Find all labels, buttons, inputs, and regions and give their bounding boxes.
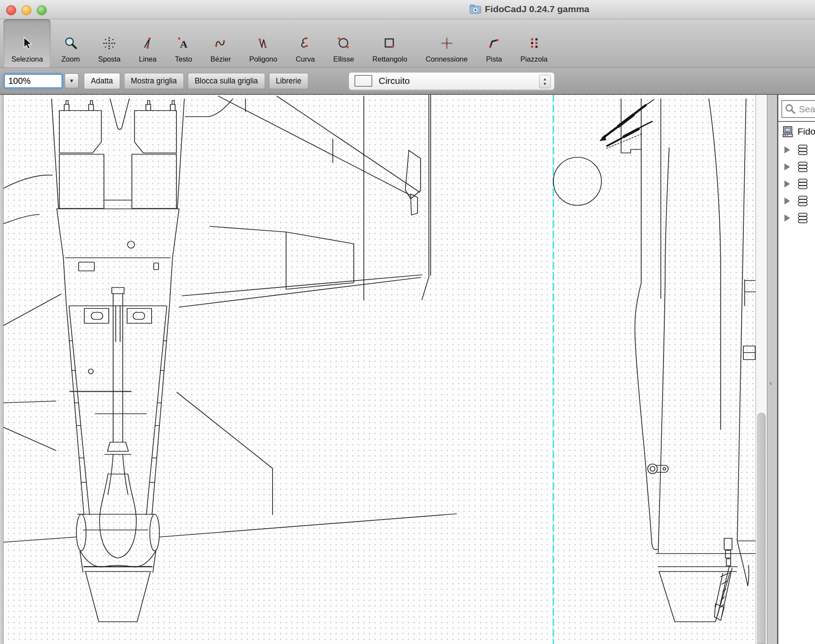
library-stack-icon (797, 145, 809, 155)
tool-connection-button[interactable]: Connessione (418, 19, 475, 67)
tools-toolbar: Seleziona Zoom Sposta Linea (0, 19, 815, 68)
tool-pad-button[interactable]: Piazzola (512, 19, 555, 67)
text-icon: A (176, 36, 191, 51)
tree-library-item[interactable] (778, 158, 815, 175)
schematic-drawing (3, 95, 756, 644)
pad-icon (527, 36, 542, 51)
tool-label: Zoom (61, 55, 79, 63)
expand-arrow-icon[interactable] (784, 163, 790, 170)
tool-label: Bézier (211, 55, 231, 63)
line-icon (140, 36, 155, 51)
tool-move-button[interactable]: Sposta (90, 19, 128, 67)
expand-arrow-icon[interactable] (784, 146, 790, 153)
track-icon (487, 36, 501, 51)
polygon-icon (256, 36, 271, 51)
tree-library-item[interactable] (778, 175, 815, 192)
expand-arrow-icon[interactable] (784, 180, 790, 187)
window-left-edge (0, 95, 3, 644)
library-stack-icon (797, 213, 809, 223)
move-crosshair-icon (102, 36, 117, 51)
computer-icon (782, 126, 794, 138)
tool-label: Linea (139, 55, 156, 63)
tool-label: Rettangolo (373, 55, 408, 63)
layer-color-swatch (355, 75, 372, 87)
connection-icon (439, 36, 454, 51)
expand-arrow-icon[interactable] (784, 215, 790, 222)
divider-grip-icon: ‹ (770, 379, 772, 388)
circle-detail (553, 157, 601, 205)
search-text: Sea (799, 104, 815, 114)
tool-rectangle-button[interactable]: Rettangolo (365, 19, 415, 67)
tool-label: Piazzola (520, 55, 547, 63)
snap-grid-button[interactable]: Blocca sulla griglia (188, 73, 265, 89)
title-bar: FidoCadJ 0.24.7 gamma (0, 0, 815, 19)
aircraft-side-view (600, 99, 755, 622)
tool-label: Testo (175, 55, 192, 63)
aircraft-plan-view (3, 95, 456, 622)
tool-line-button[interactable]: Linea (131, 19, 164, 67)
libraries-button[interactable]: Librerie (269, 73, 308, 89)
tool-label: Pista (486, 55, 502, 63)
close-button[interactable] (6, 5, 16, 15)
canvas-vertical-scrollbar[interactable] (756, 95, 767, 644)
layer-stepper[interactable]: ▲ ▼ (539, 75, 551, 88)
tree-root-label: Fido (798, 126, 815, 137)
tool-zoom-button[interactable]: Zoom (53, 19, 87, 67)
panel-divider[interactable]: ‹ (767, 95, 777, 644)
tool-label: Ellisse (333, 55, 354, 63)
tool-bezier-button[interactable]: Bézier (203, 19, 239, 67)
rectangle-icon (382, 36, 397, 51)
layer-select[interactable]: Circuito ▲ ▼ (349, 72, 555, 90)
nose-probes (600, 100, 654, 149)
library-panel: Sea Fido (777, 95, 815, 644)
chevron-down-icon: ▼ (543, 82, 547, 86)
tool-polygon-button[interactable]: Poligono (242, 19, 285, 67)
tool-label: Seleziona (11, 55, 43, 63)
fit-button[interactable]: Adatta (84, 73, 120, 89)
app-window: FidoCadJ 0.24.7 gamma Seleziona Zoom Spo… (0, 0, 815, 644)
landing-gear (715, 538, 732, 620)
tree-library-item[interactable] (778, 209, 815, 226)
minimize-button[interactable] (21, 5, 31, 15)
magnifier-icon (63, 36, 78, 51)
library-stack-icon (797, 179, 809, 189)
tool-label: Poligono (249, 55, 277, 63)
scrollbar-thumb[interactable] (757, 413, 766, 644)
tree-library-item[interactable] (778, 192, 815, 209)
drawing-canvas[interactable] (3, 95, 756, 644)
controls-toolbar: ▼ Adatta Mostra griglia Blocca sulla gri… (0, 68, 815, 95)
bezier-icon (213, 36, 228, 51)
ellipse-icon (336, 36, 351, 51)
tree-root-item[interactable]: Fido (778, 122, 815, 141)
tool-track-button[interactable]: Pista (478, 19, 510, 67)
svg-text:A: A (180, 38, 188, 50)
tool-label: Sposta (98, 55, 121, 63)
zoom-window-button[interactable] (37, 5, 47, 15)
tool-label: Connessione (425, 55, 467, 63)
curve-icon (298, 36, 313, 51)
tool-ellipse-button[interactable]: Ellisse (325, 19, 362, 67)
cursor-icon (20, 36, 35, 51)
tool-curve-button[interactable]: Curva (288, 19, 323, 67)
layer-name: Circuito (379, 76, 410, 86)
library-tree: Fido (778, 122, 815, 226)
chevron-up-icon: ▲ (543, 77, 547, 81)
library-stack-icon (797, 196, 809, 206)
show-grid-button[interactable]: Mostra griglia (124, 73, 184, 89)
window-title: FidoCadJ 0.24.7 gamma (485, 4, 589, 14)
search-icon (785, 104, 796, 115)
zoom-dropdown-button[interactable]: ▼ (65, 73, 79, 88)
zoom-level-input[interactable] (4, 74, 62, 88)
library-search-field[interactable]: Sea (781, 100, 815, 118)
tool-text-button[interactable]: A Testo (167, 19, 200, 67)
app-folder-icon (470, 3, 481, 14)
tree-library-item[interactable] (778, 141, 815, 158)
tool-label: Curva (296, 55, 315, 63)
expand-arrow-icon[interactable] (784, 197, 790, 204)
tool-select-button[interactable]: Seleziona (3, 19, 51, 67)
library-stack-icon (797, 162, 809, 172)
